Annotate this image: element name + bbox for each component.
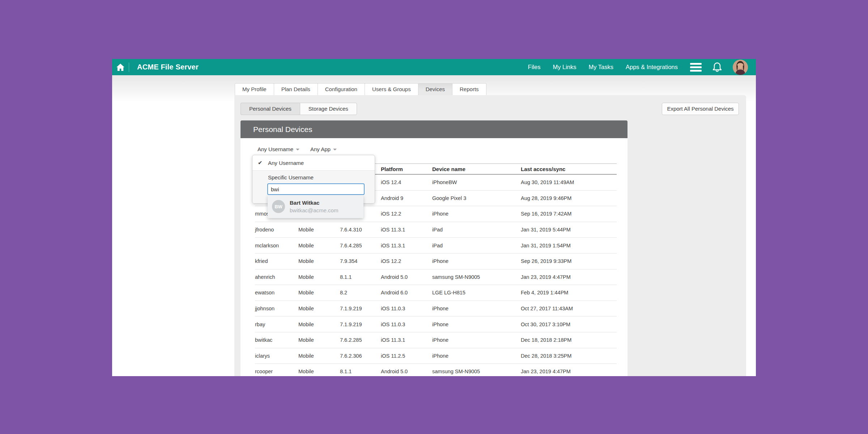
device-type-toggle: Personal Devices Storage Devices (241, 103, 357, 115)
home-icon (116, 64, 124, 71)
user-avatar[interactable] (733, 60, 748, 75)
cell-type: Mobile (298, 258, 340, 264)
table-row: jjohnsonMobile7.1.9.219iOS 11.0.3iPhoneO… (255, 301, 617, 317)
cell-version: 8.2 (340, 290, 381, 295)
cell-device-name: iPad (432, 243, 521, 248)
cell-username: jfrodeno (255, 227, 298, 233)
cell-device-name: iPhone (432, 211, 521, 217)
suggestion-email: bwitkac@acme.com (290, 207, 338, 213)
cell-last-access: Aug 28, 2019 9:46PM (521, 195, 617, 201)
header-last-access: Last access/sync (521, 166, 617, 172)
cell-platform: Android 5.0 (381, 369, 432, 374)
tab-reports[interactable]: Reports (452, 83, 486, 95)
cell-platform: iOS 11.3.1 (381, 243, 432, 248)
cell-device-name: samsung SM-N9005 (432, 369, 521, 374)
cell-type: Mobile (298, 274, 340, 280)
cell-type: Mobile (298, 353, 340, 359)
cell-device-name: iPhone (432, 306, 521, 311)
hamburger-icon (690, 63, 702, 72)
cell-type: Mobile (298, 369, 340, 374)
specific-username-input[interactable] (267, 183, 365, 195)
cell-version: 7.6.2.285 (340, 337, 381, 343)
tab-plan-details[interactable]: Plan Details (274, 83, 318, 95)
option-specific-username[interactable]: Specific Username (268, 174, 314, 180)
cell-username: kfried (255, 258, 298, 264)
cell-platform: Android 6.0 (381, 290, 432, 295)
tab-configuration[interactable]: Configuration (318, 83, 365, 95)
cell-device-name: iPhone (432, 258, 521, 264)
cell-version: 7.9.354 (340, 258, 381, 264)
cell-type: Mobile (298, 290, 340, 295)
tab-my-profile[interactable]: My Profile (235, 83, 274, 95)
avatar-photo (733, 60, 748, 75)
cell-last-access: Jan 31, 2019 5:44PM (521, 227, 617, 233)
cell-last-access: Oct 27, 2017 11:43AM (521, 306, 617, 311)
username-filter-dropdown[interactable]: Any Username (258, 146, 299, 152)
option-any-username[interactable]: ✔ Any Username (252, 155, 375, 170)
cell-device-name: LGE LG-H815 (432, 290, 521, 295)
table-row: rcooperMobile8.1.1Android 5.0samsung SM-… (255, 364, 617, 376)
cell-username: ewatson (255, 290, 298, 295)
toggle-storage-devices[interactable]: Storage Devices (300, 103, 357, 115)
cell-username: iclarys (255, 353, 298, 359)
tab-bar: My Profile Plan Details Configuration Us… (235, 83, 486, 95)
nav-my-tasks[interactable]: My Tasks (589, 64, 613, 71)
cell-last-access: Feb 4, 2019 1:44PM (521, 290, 617, 295)
cell-username: rbay (255, 322, 298, 327)
cell-platform: iOS 12.2 (381, 258, 432, 264)
tab-users-groups[interactable]: Users & Groups (365, 83, 418, 95)
cell-version: 7.6.4.285 (340, 243, 381, 248)
cell-last-access: Oct 30, 2017 3:10PM (521, 322, 617, 327)
cell-platform: iOS 11.3.1 (381, 337, 432, 343)
cell-type: Mobile (298, 306, 340, 311)
caret-down-icon (333, 149, 337, 150)
app-window: ACME File Server Files My Links My Tasks… (112, 59, 756, 376)
cell-device-name: iPhone (432, 337, 521, 343)
cell-username: ahenrich (255, 274, 298, 280)
app-filter-label: Any App (310, 146, 331, 152)
table-row: rbayMobile7.1.9.219iOS 11.0.3iPhoneOct 3… (255, 316, 617, 332)
nav-my-links[interactable]: My Links (553, 64, 576, 71)
app-filter-dropdown[interactable]: Any App (310, 146, 337, 152)
cell-username: jjohnson (255, 306, 298, 311)
cell-platform: iOS 12.2 (381, 211, 432, 217)
option-any-username-label: Any Username (268, 160, 304, 166)
toggle-personal-devices[interactable]: Personal Devices (241, 103, 300, 115)
username-filter-label: Any Username (258, 146, 293, 152)
nav-apps-integrations[interactable]: Apps & Integrations (626, 64, 678, 71)
cell-last-access: Jan 31, 2019 1:54PM (521, 243, 617, 248)
tab-devices[interactable]: Devices (418, 83, 452, 95)
devices-section: Personal Devices Storage Devices Export … (234, 95, 746, 376)
table-row: ewatsonMobile8.2Android 6.0LGE LG-H815Fe… (255, 285, 617, 301)
bell-icon (712, 62, 722, 72)
cell-platform: iOS 11.3.1 (381, 227, 432, 233)
panel-title: Personal Devices (241, 120, 627, 138)
cell-platform: Android 5.0 (381, 274, 432, 280)
check-icon: ✔ (258, 159, 266, 166)
cell-last-access: Jan 23, 2019 4:47PM (521, 369, 617, 374)
app-title: ACME File Server (137, 63, 199, 71)
cell-platform: iOS 11.2.5 (381, 353, 432, 359)
cell-last-access: Sep 16, 2019 7:42AM (521, 211, 617, 217)
cell-username: rcooper (255, 369, 298, 374)
caret-down-icon (296, 149, 299, 150)
cell-last-access: Aug 30, 2019 11:49AM (521, 179, 617, 185)
home-button[interactable] (112, 64, 129, 71)
table-row: bwitkacMobile7.6.2.285iOS 11.3.1iPhoneDe… (255, 332, 617, 348)
table-row: kfriedMobile7.9.354iOS 12.2iPhoneSep 26,… (255, 254, 617, 269)
cell-device-name: iPhone (432, 322, 521, 327)
notifications-button[interactable] (712, 62, 722, 72)
suggestion-initials-avatar: BW (272, 200, 285, 213)
menu-button[interactable] (690, 63, 702, 72)
header-platform: Platform (381, 166, 432, 172)
export-all-personal-devices-button[interactable]: Export All Personal Devices (662, 103, 739, 115)
username-suggestion-item[interactable]: BW Bart Witkac bwitkac@acme.com (268, 195, 363, 218)
cell-device-name: samsung SM-N9005 (432, 274, 521, 280)
cell-platform: Android 9 (381, 195, 432, 201)
cell-device-name: iPhoneBW (432, 179, 521, 185)
suggestion-text: Bart Witkac bwitkac@acme.com (290, 200, 338, 213)
nav-files[interactable]: Files (528, 64, 541, 71)
cell-version: 8.1.1 (340, 369, 381, 374)
header-device-name: Device name (432, 166, 521, 172)
top-bar: ACME File Server Files My Links My Tasks… (112, 59, 756, 75)
